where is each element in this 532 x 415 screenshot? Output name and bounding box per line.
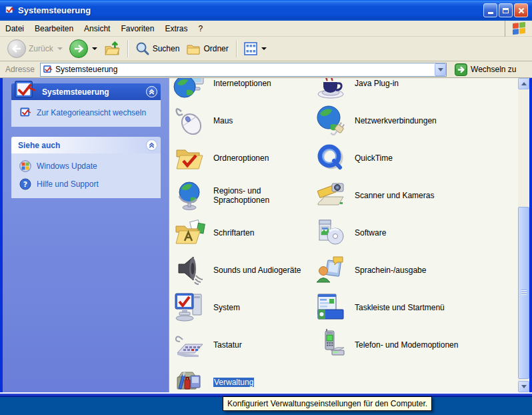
sidebar-link-zur-kategorieansicht-wechseln[interactable]: Zur Kategorieansicht wechseln: [19, 107, 157, 119]
cp-item-ordneroptionen[interactable]: Ordneroptionen: [173, 139, 313, 177]
cp-item-schriftarten[interactable]: Schriftarten: [173, 214, 313, 252]
control-panel-icon: [13, 79, 37, 103]
go-button[interactable]: Wechseln zu: [452, 63, 519, 77]
cp-item-tastatur[interactable]: Tastatur: [173, 326, 313, 364]
up-button[interactable]: [101, 39, 123, 58]
folders-label: Ordner: [203, 44, 228, 53]
control-panel-icon: [4, 5, 15, 16]
minimize-icon: [488, 12, 493, 14]
winupdate-icon: [19, 160, 31, 172]
cp-item-verwaltung[interactable]: Verwaltung: [173, 364, 313, 392]
cp-item-label: Verwaltung: [213, 378, 254, 387]
close-button[interactable]: [514, 3, 528, 17]
collapse-button[interactable]: [146, 139, 157, 151]
cp-item-label: Java Plug-in: [355, 79, 399, 88]
menu-item-favoriten[interactable]: Favoriten: [115, 22, 159, 35]
cp-item-label: Ordneroptionen: [213, 153, 269, 163]
cpanel-icon: [19, 107, 31, 119]
close-icon: [518, 7, 525, 14]
cp-item-label: Regions- und Sprachoptionen: [213, 186, 313, 205]
cp-item-label: Schriftarten: [213, 228, 254, 238]
title-bar[interactable]: Systemsteuerung: [0, 0, 532, 21]
chevron-up-icon: [148, 88, 155, 95]
icon-list: InternetoptionenMausOrdneroptionenRegion…: [169, 78, 518, 392]
client-area: Systemsteuerung Zur Kategorieansicht wec…: [3, 78, 529, 392]
quicktime-icon: [315, 142, 347, 174]
cp-item-label: Scanner und Kameras: [355, 191, 434, 200]
panel-see-also-header[interactable]: Siehe auch: [11, 137, 161, 153]
scroll-down-button[interactable]: [518, 381, 529, 392]
maximize-button[interactable]: [499, 3, 513, 17]
cp-item-label: Sprachein-/ausgabe: [355, 266, 426, 275]
system-icon: [173, 292, 205, 324]
views-button[interactable]: [241, 41, 270, 57]
back-dropdown-icon: [57, 47, 63, 50]
cp-item-system[interactable]: System: [173, 289, 313, 326]
address-bar: Adresse Systemsteuerung Wechseln zu: [0, 61, 532, 78]
java-icon: [315, 78, 347, 99]
arrow-up-icon: [521, 82, 527, 85]
internet-icon: [173, 78, 205, 99]
menu-item-bearbeiten[interactable]: Bearbeiten: [29, 22, 79, 35]
menu-item-[interactable]: ?: [193, 22, 208, 35]
menu-item-datei[interactable]: Datei: [0, 22, 29, 35]
cp-item-label: QuickTime: [355, 153, 393, 163]
scroll-up-button[interactable]: [518, 78, 529, 89]
cp-item-regions-und-sprachoptionen[interactable]: Regions- und Sprachoptionen: [173, 177, 313, 214]
svg-text:?: ?: [23, 180, 27, 189]
forward-button[interactable]: [66, 38, 101, 59]
forward-dropdown-icon: [92, 47, 97, 50]
folderopts-icon: [173, 142, 205, 174]
tooltip: Konfiguriert Verwaltungseinstellungen fü…: [223, 396, 432, 411]
cp-item-label: Netzwerkverbindungen: [355, 116, 437, 125]
cp-item-telefon-und-modemoptionen[interactable]: Telefon- und Modemoptionen: [315, 326, 515, 364]
go-icon: [455, 63, 467, 76]
address-value: Systemsteuerung: [55, 65, 432, 74]
cp-item-maus[interactable]: Maus: [173, 102, 313, 139]
back-button[interactable]: Zurück: [4, 38, 66, 59]
arrow-down-icon: [521, 385, 527, 388]
cp-item-label: Internetoptionen: [213, 79, 271, 88]
cp-item-taskleiste-und-startmen[interactable]: Taskleiste und Startmenü: [315, 289, 515, 326]
address-dropdown-button[interactable]: [435, 63, 446, 76]
menu-item-ansicht[interactable]: Ansicht: [79, 22, 115, 35]
up-folder-icon: [104, 41, 120, 57]
views-icon: [244, 42, 257, 55]
cp-item-scanner-und-kameras[interactable]: Scanner und Kameras: [315, 177, 515, 214]
cp-item-sounds-und-audioger-te[interactable]: Sounds und Audiogeräte: [173, 252, 313, 289]
back-label: Zurück: [29, 44, 53, 53]
network-icon: [315, 105, 347, 137]
chevron-down-icon: [438, 68, 443, 71]
address-input[interactable]: Systemsteuerung: [40, 63, 447, 77]
cp-item-sprachein-ausgabe[interactable]: Sprachein-/ausgabe: [315, 252, 515, 289]
cp-item-label: Software: [355, 228, 386, 238]
views-dropdown-icon: [261, 47, 267, 50]
cp-item-label: Taskleiste und Startmenü: [355, 303, 445, 312]
keyboard-icon: [173, 329, 205, 361]
cp-item-quicktime[interactable]: QuickTime: [315, 139, 515, 177]
maximize-icon: [503, 8, 509, 13]
collapse-button[interactable]: [146, 86, 157, 97]
speech-icon: [315, 254, 347, 286]
sidebar-link-hilfe-und-support[interactable]: ?Hilfe und Support: [19, 178, 157, 190]
panel-control-header[interactable]: Systemsteuerung: [11, 83, 161, 100]
address-label: Adresse: [5, 65, 35, 74]
cp-item-internetoptionen[interactable]: Internetoptionen: [173, 78, 313, 102]
minimize-button[interactable]: [483, 3, 497, 17]
regional-icon: [173, 179, 205, 212]
cp-item-netzwerkverbindungen[interactable]: Netzwerkverbindungen: [315, 102, 515, 139]
cp-item-java-plug-in[interactable]: Java Plug-in: [315, 78, 515, 102]
scrollbar-grip: [521, 290, 527, 296]
panel-control-title: Systemsteuerung: [42, 87, 109, 97]
search-button[interactable]: Suchen: [132, 40, 183, 57]
scrollbar-thumb[interactable]: [518, 207, 529, 379]
menu-item-extras[interactable]: Extras: [159, 22, 193, 35]
sidebar-link-windows-update[interactable]: Windows Update: [19, 160, 157, 172]
cp-item-label: Sounds und Audiogeräte: [213, 266, 301, 275]
menu-bar: DateiBearbeitenAnsichtFavoritenExtras?: [0, 21, 532, 37]
mouse-icon: [173, 105, 205, 137]
folders-button[interactable]: Ordner: [183, 40, 231, 57]
explorer-window: Systemsteuerung DateiBearbeitenAnsichtFa…: [0, 0, 532, 397]
vertical-scrollbar[interactable]: [518, 78, 529, 392]
cp-item-software[interactable]: Software: [315, 214, 515, 252]
